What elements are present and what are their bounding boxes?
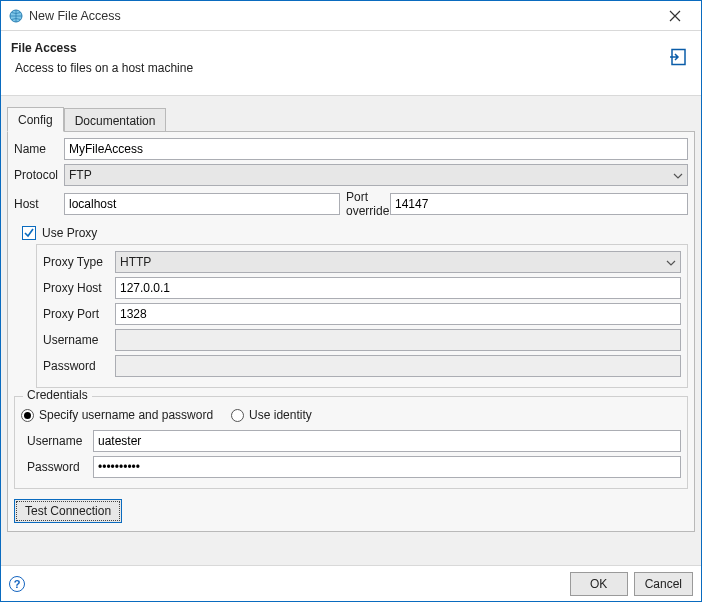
chevron-down-icon: [666, 255, 676, 269]
cred-password-input[interactable]: [93, 456, 681, 478]
cancel-button[interactable]: Cancel: [634, 572, 693, 596]
radio-specify-label: Specify username and password: [39, 408, 213, 422]
tab-panel-config: Name Protocol FTP Host Port override: [7, 131, 695, 532]
tab-documentation[interactable]: Documentation: [64, 108, 167, 132]
protocol-label: Protocol: [14, 168, 64, 182]
window-title: New File Access: [29, 9, 655, 23]
test-connection-button[interactable]: Test Connection: [14, 499, 122, 523]
tab-config[interactable]: Config: [7, 107, 64, 132]
cred-password-label: Password: [27, 460, 93, 474]
tabstrip: Config Documentation: [7, 106, 695, 131]
proxy-password-label: Password: [43, 359, 115, 373]
close-button[interactable]: [655, 2, 695, 30]
footer: ? OK Cancel: [1, 565, 701, 601]
proxy-host-label: Proxy Host: [43, 281, 115, 295]
proxy-type-value: HTTP: [120, 255, 151, 269]
proxy-type-select[interactable]: HTTP: [115, 251, 681, 273]
credentials-legend: Credentials: [23, 388, 92, 402]
port-override-label: Port override: [340, 190, 390, 218]
radio-identity-label: Use identity: [249, 408, 312, 422]
body: Config Documentation Name Protocol FTP H…: [1, 96, 701, 565]
protocol-select[interactable]: FTP: [64, 164, 688, 186]
proxy-port-input[interactable]: [115, 303, 681, 325]
protocol-value: FTP: [69, 168, 92, 182]
cred-username-input[interactable]: [93, 430, 681, 452]
proxy-host-input[interactable]: [115, 277, 681, 299]
host-label: Host: [14, 197, 64, 211]
globe-icon: [9, 9, 23, 23]
port-override-input[interactable]: [390, 193, 688, 215]
chevron-down-icon: [673, 168, 683, 182]
header-title: File Access: [11, 41, 669, 55]
proxy-username-label: Username: [43, 333, 115, 347]
proxy-type-label: Proxy Type: [43, 255, 115, 269]
header-subtitle: Access to files on a host machine: [15, 61, 669, 75]
radio-identity[interactable]: Use identity: [231, 408, 312, 422]
use-proxy-label: Use Proxy: [42, 226, 97, 240]
dialog-window: New File Access File Access Access to fi…: [0, 0, 702, 602]
use-proxy-checkbox[interactable]: [22, 226, 36, 240]
help-icon[interactable]: ?: [9, 576, 25, 592]
import-icon: [669, 48, 687, 69]
proxy-port-label: Proxy Port: [43, 307, 115, 321]
proxy-username-input[interactable]: [115, 329, 681, 351]
ok-button[interactable]: OK: [570, 572, 628, 596]
credentials-fieldset: Credentials Specify username and passwor…: [14, 396, 688, 489]
header: File Access Access to files on a host ma…: [1, 31, 701, 96]
proxy-group: Proxy Type HTTP Proxy Host Proxy Port: [36, 244, 688, 388]
titlebar: New File Access: [1, 1, 701, 31]
name-input[interactable]: [64, 138, 688, 160]
radio-specify[interactable]: Specify username and password: [21, 408, 213, 422]
host-input[interactable]: [64, 193, 340, 215]
cred-username-label: Username: [27, 434, 93, 448]
name-label: Name: [14, 142, 64, 156]
proxy-password-input[interactable]: [115, 355, 681, 377]
